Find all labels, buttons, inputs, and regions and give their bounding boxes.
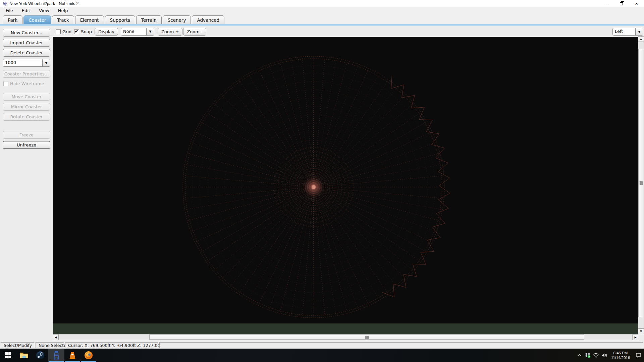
grip-icon <box>365 336 369 339</box>
chevron-up-icon <box>577 353 582 358</box>
hide-wireframe-checkbox[interactable]: ✔ <box>3 81 8 86</box>
window-title: New York Wheel.nl2park - NoLimits 2 <box>9 1 78 6</box>
coaster-select[interactable]: 1000 ▼ <box>3 59 50 67</box>
menu-view[interactable]: View <box>35 8 54 13</box>
scroll-right-icon[interactable]: ▶ <box>633 334 638 340</box>
taskbar-vlc-button[interactable] <box>64 349 80 362</box>
menu-bar: File Edit View Help <box>0 7 644 13</box>
restore-button[interactable] <box>614 0 629 7</box>
snap-label: Snap <box>81 29 92 34</box>
menu-help[interactable]: Help <box>54 8 72 13</box>
minimize-icon <box>605 4 608 4</box>
import-coaster-button[interactable]: Import Coaster <box>3 39 50 47</box>
new-coaster-button[interactable]: New Coaster... <box>3 29 50 37</box>
checkmark-icon: ✔ <box>74 28 79 34</box>
dropbox-sync-icon <box>585 352 591 358</box>
tab-supports[interactable]: Supports <box>105 15 135 24</box>
tray-chevron-up-button[interactable] <box>575 349 583 362</box>
tray-network-button[interactable] <box>592 349 600 362</box>
scroll-up-icon[interactable]: ▲ <box>638 36 644 42</box>
move-coaster-button[interactable]: Move Coaster <box>3 93 50 101</box>
display-mode-value: None <box>121 28 146 35</box>
speaker-icon <box>601 353 607 358</box>
terrain-ground-strip <box>53 323 638 334</box>
status-bar: Select/Modify None Selected Cursor: X: 7… <box>0 342 644 349</box>
grid-label: Grid <box>62 29 71 34</box>
tray-volume-button[interactable] <box>600 349 608 362</box>
chevron-down-icon: ▼ <box>635 28 643 35</box>
tab-coaster[interactable]: Coaster <box>23 15 51 24</box>
chevron-down-icon: ▼ <box>146 28 154 35</box>
clock-date: 11/14/2016 <box>610 355 631 360</box>
firefox-icon <box>84 351 93 360</box>
tray-dropbox-button[interactable] <box>583 349 592 362</box>
viewport-toolbar: ✔ Grid ✔ Snap Display None ▼ Zoom + Zoom… <box>53 26 644 37</box>
ferris-wheel-wireframe <box>53 37 638 323</box>
steam-icon <box>36 351 45 360</box>
zoom-out-button[interactable]: Zoom - <box>183 28 206 36</box>
menu-file[interactable]: File <box>1 8 17 13</box>
tab-scenery[interactable]: Scenery <box>163 15 191 24</box>
system-tray: 6:45 PM 11/14/2016 <box>575 349 644 362</box>
snap-checkbox[interactable]: ✔ <box>74 29 79 34</box>
vertical-scroll-track[interactable] <box>638 42 644 328</box>
restore-icon <box>620 2 623 5</box>
freeze-button[interactable]: Freeze <box>3 131 50 139</box>
vertical-scroll-thumb[interactable] <box>638 49 643 317</box>
unfreeze-button[interactable]: Unfreeze <box>3 141 50 149</box>
tab-element[interactable]: Element <box>75 15 104 24</box>
clock-time: 6:45 PM <box>610 351 631 355</box>
display-button[interactable]: Display <box>95 28 118 36</box>
display-mode-select[interactable]: None ▼ <box>121 28 154 36</box>
taskbar-firefox-button[interactable] <box>80 349 97 362</box>
close-button[interactable]: × <box>629 0 644 7</box>
status-extra <box>159 342 643 348</box>
coaster-sidebar: New Coaster... Import Coaster Delete Coa… <box>0 26 53 342</box>
windows-logo-icon <box>5 352 11 358</box>
file-explorer-button[interactable] <box>16 349 32 362</box>
horizontal-scroll-track[interactable] <box>59 334 633 340</box>
folder-icon <box>20 352 29 359</box>
tab-advanced[interactable]: Advanced <box>192 15 224 24</box>
taskbar-clock[interactable]: 6:45 PM 11/14/2016 <box>610 351 631 360</box>
scroll-down-icon[interactable]: ▼ <box>638 328 644 334</box>
chevron-down-icon: ▼ <box>42 59 50 66</box>
tab-track[interactable]: Track <box>52 15 74 24</box>
mirror-coaster-button[interactable]: Mirror Coaster <box>3 103 50 111</box>
coaster-properties-button[interactable]: Coaster Properties... <box>3 70 50 78</box>
horizontal-scrollbar[interactable]: ◀ ▶ <box>53 334 644 340</box>
scrollbar-corner <box>638 334 644 340</box>
vlc-cone-icon <box>68 351 77 360</box>
menu-edit[interactable]: Edit <box>17 8 35 13</box>
coaster-select-value: 1000 <box>3 59 42 66</box>
action-center-button[interactable] <box>633 349 644 362</box>
grid-checkbox[interactable]: ✔ <box>56 29 61 34</box>
rotate-coaster-button[interactable]: Rotate Coaster <box>3 113 50 121</box>
nolimits2-coaster-icon <box>52 351 61 360</box>
zoom-in-button[interactable]: Zoom + <box>158 28 183 36</box>
tab-park[interactable]: Park <box>3 15 22 24</box>
close-icon: × <box>635 1 638 6</box>
title-bar: New York Wheel.nl2park - NoLimits 2 × <box>0 0 644 7</box>
minimize-button[interactable] <box>599 0 614 7</box>
notification-icon <box>636 353 641 358</box>
view-direction-select[interactable]: Left ▼ <box>612 28 643 36</box>
nolimits2-editor-window: New York Wheel.nl2park - NoLimits 2 × Fi… <box>0 0 644 362</box>
start-button[interactable] <box>0 349 16 362</box>
vertical-scrollbar[interactable]: ▲ ▼ <box>638 36 644 334</box>
steam-button[interactable] <box>32 349 48 362</box>
ferris-wheel-app-icon <box>2 1 7 6</box>
grip-icon <box>640 181 643 185</box>
view-direction-value: Left <box>613 28 635 35</box>
tab-terrain[interactable]: Terrain <box>136 15 162 24</box>
taskbar-nolimits2-button[interactable] <box>48 349 64 362</box>
status-mode: Select/Modify <box>1 342 35 348</box>
viewport-3d[interactable] <box>53 37 638 323</box>
delete-coaster-button[interactable]: Delete Coaster <box>3 49 50 57</box>
windows-taskbar: 6:45 PM 11/14/2016 <box>0 349 644 362</box>
status-selection: None Selected <box>36 342 64 348</box>
horizontal-scroll-thumb[interactable] <box>149 335 584 340</box>
editor-tab-bar: Park Coaster Track Element Supports Terr… <box>0 13 644 24</box>
wifi-icon <box>593 353 599 358</box>
scroll-left-icon[interactable]: ◀ <box>53 334 59 340</box>
